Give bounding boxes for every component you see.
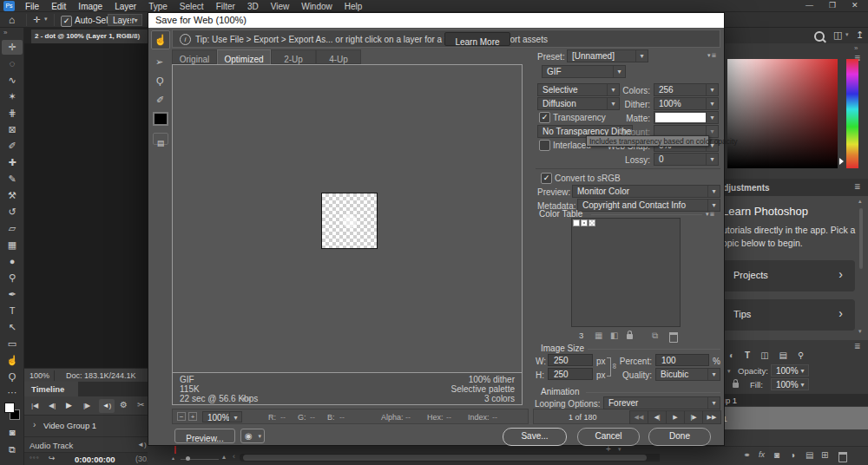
play-button[interactable]: ▶ xyxy=(666,410,685,424)
foreground-color-swatch[interactable] xyxy=(4,403,15,413)
move-tool[interactable]: ✛ xyxy=(2,40,23,55)
learn-scroll-up-icon[interactable]: ▴ xyxy=(858,198,862,205)
new-color-icon[interactable]: ⧉ xyxy=(652,331,658,341)
chevron-down-icon[interactable]: ▾ xyxy=(845,31,849,38)
dither-amount-dropdown[interactable]: 100% ▾ xyxy=(654,97,719,110)
preset-dropdown[interactable]: [Unnamed] ▾ xyxy=(567,49,648,62)
brush-tool[interactable]: ✎ xyxy=(2,172,23,187)
hue-slider[interactable] xyxy=(846,59,858,168)
dialog-eyedropper-color-swatch[interactable] xyxy=(153,112,168,126)
menu-edit[interactable]: Edit xyxy=(45,2,72,11)
jump-arrow-icon[interactable]: ↪ xyxy=(49,454,56,462)
learn-more-button[interactable]: Learn More xyxy=(444,32,510,46)
lock-icon[interactable] xyxy=(733,383,739,388)
looping-options-dropdown[interactable]: Forever ▾ xyxy=(603,396,720,409)
previous-frame-button[interactable]: ◀| xyxy=(49,402,56,409)
link-layers-icon[interactable]: ⚭ xyxy=(743,450,750,460)
preview-in-browser-button[interactable]: Preview... xyxy=(174,429,235,443)
dialog-eyedropper-tool[interactable]: ✐ xyxy=(156,95,164,106)
menu-3d[interactable]: 3D xyxy=(241,2,265,11)
type-tool[interactable]: T xyxy=(2,304,23,318)
layers-panel-menu-icon[interactable]: ≣ xyxy=(854,342,861,350)
layer-effects-icon[interactable]: fx xyxy=(759,450,765,459)
tab-2up[interactable]: 2-Up xyxy=(271,49,316,64)
tab-original[interactable]: Original xyxy=(172,49,217,64)
opacity-dropdown[interactable]: 100% ▾ xyxy=(771,364,809,377)
menu-filter[interactable]: Filter xyxy=(210,2,241,11)
adjustments-panel-menu-icon[interactable]: ≣ xyxy=(854,182,861,191)
eraser-tool[interactable]: ▱ xyxy=(2,221,23,236)
gradient-tool[interactable]: ▦ xyxy=(2,238,23,252)
next-frame-button[interactable]: |▶ xyxy=(684,410,703,424)
timeline-tab[interactable]: Timeline xyxy=(24,382,78,396)
menu-layer[interactable]: Layer xyxy=(108,2,142,11)
collapse-panels-icon[interactable]: » xyxy=(854,44,858,52)
auto-select-checkbox[interactable]: ✓ xyxy=(61,16,72,27)
learn-scroll-down-icon[interactable]: ▾ xyxy=(858,328,862,335)
delete-color-trash-icon[interactable] xyxy=(669,332,678,343)
status-menu-icon[interactable]: ▾≣ xyxy=(242,396,252,403)
magic-wand-tool[interactable]: ✶ xyxy=(2,89,23,104)
delete-layer-trash-icon[interactable] xyxy=(838,452,847,462)
dither-method-dropdown[interactable]: Diffusion ▾ xyxy=(537,97,620,110)
optimized-image-preview[interactable] xyxy=(321,193,378,249)
filter-smart-object-icon[interactable]: ▤ xyxy=(779,350,787,363)
menu-window[interactable]: Window xyxy=(295,2,339,11)
learn-card-projects[interactable]: Projects › xyxy=(712,260,855,291)
layer-mask-icon[interactable]: ◙ xyxy=(774,450,779,460)
document-canvas-area[interactable] xyxy=(24,43,148,368)
learn-scrollbar-thumb[interactable] xyxy=(859,208,863,269)
move-tool-options-icon[interactable]: ✛ xyxy=(33,15,40,24)
height-input[interactable]: 250 xyxy=(548,368,593,380)
menu-type[interactable]: Type xyxy=(142,2,174,11)
dialog-title-bar[interactable]: Save for Web (100%) xyxy=(148,13,724,28)
fill-dropdown[interactable]: 100% ▾ xyxy=(771,378,809,390)
mute-audio-button[interactable]: ◄) xyxy=(99,399,115,413)
home-icon[interactable]: ⌂ xyxy=(9,14,15,26)
dodge-tool[interactable]: ⚲ xyxy=(2,271,23,285)
more-tools-icon[interactable]: ⋯ xyxy=(2,385,23,400)
color-swatch-gray[interactable] xyxy=(581,219,588,226)
menu-file[interactable]: File xyxy=(19,2,45,11)
palette-dropdown[interactable]: Selective ▾ xyxy=(537,83,620,96)
snap-web-palette-icon[interactable]: ▦ xyxy=(595,331,602,340)
quality-dropdown[interactable]: Bicubic ▾ xyxy=(655,368,720,381)
collapse-toolbar-icon[interactable]: » xyxy=(3,29,7,36)
width-input[interactable]: 250 xyxy=(548,354,593,366)
new-layer-icon[interactable]: ⊞ xyxy=(821,450,828,460)
close-button[interactable]: ✕ xyxy=(852,1,858,10)
history-brush-tool[interactable]: ↺ xyxy=(2,205,23,219)
lossy-dropdown[interactable]: 0 ▾ xyxy=(654,153,719,166)
color-saturation-square[interactable] xyxy=(727,59,838,168)
search-icon[interactable] xyxy=(814,31,825,42)
marquee-tool[interactable]: ◌ xyxy=(2,56,23,71)
timeline-scrollbar-track[interactable] xyxy=(240,454,717,462)
timeline-zoom-slider-thumb[interactable] xyxy=(186,456,190,461)
shape-tool[interactable]: ▭ xyxy=(2,337,23,351)
eyedropper-tool[interactable]: ✐ xyxy=(2,139,23,154)
tab-optimized[interactable]: Optimized xyxy=(217,49,271,64)
slice-tool[interactable]: ⊠ xyxy=(2,122,23,137)
crop-tool[interactable]: ⋕ xyxy=(2,106,23,121)
menu-select[interactable]: Select xyxy=(174,2,210,11)
preset-panel-menu-icon[interactable]: ▾≣ xyxy=(707,52,717,59)
doc-size-readout[interactable]: Doc: 183.1K/244.1K xyxy=(66,371,136,380)
adjustment-layer-icon[interactable]: ◑ xyxy=(790,450,795,460)
filter-shape-icon[interactable]: ◫ xyxy=(760,350,768,363)
timeline-zoom-in-icon[interactable]: ▴ xyxy=(222,453,226,461)
percent-input[interactable]: 100 xyxy=(655,354,709,366)
blur-tool[interactable]: ● xyxy=(2,254,23,269)
menu-image[interactable]: Image xyxy=(72,2,108,11)
hand-tool[interactable]: ☝ xyxy=(2,353,23,368)
tab-adjustments[interactable]: Adjustments xyxy=(717,183,770,193)
color-swatch-transparent[interactable] xyxy=(589,219,595,226)
cancel-button[interactable]: Cancel xyxy=(577,428,640,446)
play-button[interactable]: ▶ xyxy=(66,401,72,409)
interlaced-checkbox[interactable] xyxy=(539,140,550,151)
lasso-tool[interactable]: ∿ xyxy=(2,73,23,88)
metadata-dropdown[interactable]: Copyright and Contact Info ▾ xyxy=(577,199,720,212)
colors-dropdown[interactable]: 256 ▾ xyxy=(654,83,719,96)
split-clip-scissors-icon[interactable]: ✂ xyxy=(137,400,144,409)
zoom-readout[interactable]: 100% xyxy=(30,371,49,380)
zoom-out-button[interactable]: − xyxy=(177,412,186,421)
